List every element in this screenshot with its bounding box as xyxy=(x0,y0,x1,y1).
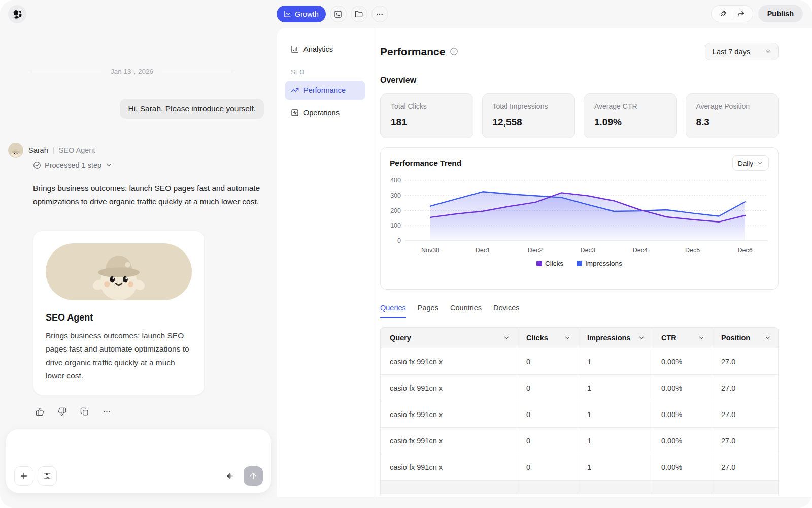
copy-button[interactable] xyxy=(80,407,89,416)
chevron-down-icon xyxy=(698,334,705,341)
voice-input-button[interactable] xyxy=(220,466,240,486)
divider-line xyxy=(30,72,101,72)
sidebar-item-operations[interactable]: Operations xyxy=(285,103,365,122)
table-row: casio fx 991cn x010.00%27.0 xyxy=(381,427,778,454)
app-window: Growth Publish xyxy=(0,0,812,508)
stat-cards: Total Clicks181Total Impressions12,558Av… xyxy=(380,93,779,138)
processed-steps-label: Processed 1 step xyxy=(45,161,101,169)
stat-label: Total Clicks xyxy=(391,102,463,110)
more-actions-button[interactable] xyxy=(103,407,111,416)
mascot-avatar-image xyxy=(9,147,23,158)
tab-queries[interactable]: Queries xyxy=(380,304,406,318)
column-label: Impressions xyxy=(587,334,630,342)
plug-button[interactable] xyxy=(715,6,732,22)
processed-steps-toggle[interactable]: Processed 1 step xyxy=(33,161,112,169)
svg-text:Dec6: Dec6 xyxy=(737,247,752,254)
stat-label: Average Position xyxy=(696,102,768,110)
publish-button[interactable]: Publish xyxy=(758,5,803,22)
table-body: casio fx 991cn x010.00%27.0casio fx 991c… xyxy=(381,348,778,480)
folder-button[interactable] xyxy=(351,6,367,22)
chat-input-card[interactable] xyxy=(6,429,271,493)
table-cell: casio fx 991cn x xyxy=(381,374,517,401)
thumbs-up-button[interactable] xyxy=(36,407,44,416)
stat-value: 12,558 xyxy=(493,117,565,128)
agent-card-title: SEO Agent xyxy=(46,312,192,323)
queries-table: QueryClicksImpressionsCTRPosition casio … xyxy=(380,327,779,494)
input-left-actions xyxy=(14,466,57,486)
terminal-icon xyxy=(334,10,342,18)
column-header-impressions[interactable]: Impressions xyxy=(578,328,652,348)
logo-icon xyxy=(11,8,23,20)
copy-icon xyxy=(80,407,89,416)
column-header-ctr[interactable]: CTR xyxy=(652,328,712,348)
svg-text:400: 400 xyxy=(390,177,401,184)
interval-dropdown[interactable]: Daily xyxy=(732,155,769,171)
chevron-down-icon xyxy=(638,334,645,341)
sidebar-section-seo: SEO xyxy=(291,68,359,76)
date-range-dropdown[interactable]: Last 7 days xyxy=(705,43,779,60)
stat-value: 1.09% xyxy=(594,117,666,128)
chat-date-divider: Jan 13，2026 xyxy=(0,67,264,76)
mascot-image xyxy=(81,247,157,300)
legend-label: Impressions xyxy=(585,260,622,267)
share-button[interactable] xyxy=(732,6,750,22)
more-options-button[interactable] xyxy=(371,6,388,22)
table-row: casio fx 991cn x010.00%27.0 xyxy=(381,401,778,427)
sidebar-item-analytics[interactable]: Analytics xyxy=(285,40,365,59)
sidebar-item-performance[interactable]: Performance xyxy=(285,81,365,100)
legend-item-clicks: Clicks xyxy=(536,260,563,267)
dashboard-sidebar: Analytics SEO Performance Operations xyxy=(277,28,374,497)
dashboard-panel: Analytics SEO Performance Operations Per… xyxy=(277,28,812,497)
tab-pages[interactable]: Pages xyxy=(418,304,438,318)
column-header-position[interactable]: Position xyxy=(712,328,778,348)
input-right-actions xyxy=(220,466,263,486)
table-cell: casio fx 991cn x xyxy=(381,401,517,427)
svg-text:Dec5: Dec5 xyxy=(685,247,700,254)
tab-devices[interactable]: Devices xyxy=(493,304,520,318)
svg-text:100: 100 xyxy=(390,222,401,229)
page-title: Performance xyxy=(380,46,445,58)
column-header-clicks[interactable]: Clicks xyxy=(517,328,578,348)
table-cell: 1 xyxy=(578,374,652,401)
info-icon[interactable] xyxy=(450,47,458,56)
chevron-down-icon xyxy=(764,48,772,55)
attach-button[interactable] xyxy=(14,466,33,486)
table-cell: casio fx 991cn x xyxy=(381,454,517,480)
svg-text:300: 300 xyxy=(390,192,401,199)
table-cell: 27.0 xyxy=(712,348,778,374)
settings-button[interactable] xyxy=(38,466,57,486)
table-cell: 0.00% xyxy=(652,427,712,454)
check-circle-icon xyxy=(33,161,41,169)
svg-text:0: 0 xyxy=(397,237,401,244)
content-header: Performance Last 7 days xyxy=(380,43,779,60)
arrow-up-icon xyxy=(249,471,258,481)
topbar-center-actions: Growth xyxy=(277,6,388,22)
trend-chart: 4003002001000Nov30Dec1Dec2Dec3Dec4Dec5De… xyxy=(390,176,769,259)
top-bar: Growth Publish xyxy=(0,0,812,28)
performance-trend-card: Performance Trend Daily 4003002001000Nov… xyxy=(380,147,779,290)
send-button[interactable] xyxy=(244,466,263,486)
user-message-text: Hi, Sarah. Please introduce yourself. xyxy=(128,104,256,113)
app-logo[interactable] xyxy=(8,5,26,23)
sliders-icon xyxy=(43,471,52,481)
table-cell: 27.0 xyxy=(712,427,778,454)
table-cell: 0 xyxy=(517,427,578,454)
folder-icon xyxy=(355,10,363,18)
ellipsis-icon xyxy=(103,407,111,416)
date-range-value: Last 7 days xyxy=(713,48,750,56)
waveform-icon xyxy=(225,471,234,481)
chat-date: Jan 13，2026 xyxy=(111,67,153,76)
agent-header: Sarah SEO Agent xyxy=(8,143,95,158)
thumbs-down-button[interactable] xyxy=(58,407,66,416)
tab-countries[interactable]: Countries xyxy=(450,304,482,318)
agent-card-image xyxy=(46,243,192,300)
growth-button[interactable]: Growth xyxy=(277,6,326,22)
table-cell: 27.0 xyxy=(712,401,778,427)
plus-icon xyxy=(19,471,28,481)
agent-card-description: Brings business outcomes: launch SEO pag… xyxy=(46,329,192,383)
column-header-query[interactable]: Query xyxy=(381,328,517,348)
agent-name: Sarah xyxy=(28,146,48,154)
table-cell: 27.0 xyxy=(712,374,778,401)
table-row: casio fx 991cn x010.00%27.0 xyxy=(381,348,778,374)
terminal-button[interactable] xyxy=(330,6,347,22)
